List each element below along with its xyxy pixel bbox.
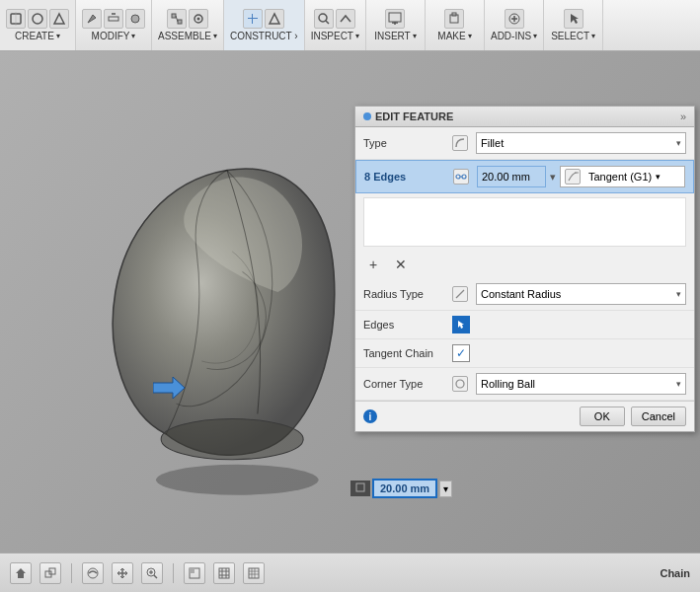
- svg-point-24: [156, 465, 319, 495]
- svg-point-37: [462, 175, 466, 179]
- edges-selector-label: Edges: [363, 319, 452, 331]
- svg-marker-25: [153, 377, 185, 399]
- ok-button[interactable]: OK: [580, 407, 625, 426]
- edges-selector-row: Edges: [355, 311, 694, 339]
- dim-value[interactable]: 20.00 mm: [372, 479, 437, 498]
- zoom-button[interactable]: [141, 562, 163, 584]
- svg-line-46: [154, 575, 157, 578]
- svg-point-5: [131, 15, 139, 23]
- corner-type-select[interactable]: Rolling Ball ▾: [476, 373, 686, 395]
- radius-type-arrow: ▾: [676, 289, 681, 299]
- svg-point-10: [196, 18, 199, 21]
- add-edge-button[interactable]: +: [363, 255, 383, 274]
- dim-dropdown[interactable]: ▾: [439, 481, 452, 497]
- modify-label: MODIFY ▾: [92, 31, 136, 41]
- panel-header[interactable]: EDIT FEATURE »: [355, 107, 694, 127]
- inspect-icon-2: [336, 9, 355, 29]
- create-icon-3: [49, 9, 69, 29]
- edges-row[interactable]: 8 Edges 20.00 mm ▾ Tangent (G1) ▾: [355, 160, 694, 193]
- svg-point-40: [456, 380, 464, 388]
- svg-marker-3: [54, 14, 64, 24]
- svg-rect-7: [178, 20, 182, 24]
- construct-icon-1: [243, 9, 263, 29]
- corner-type-arrow: ▾: [676, 379, 681, 389]
- toolbar-group-insert[interactable]: INSERT ▾: [366, 0, 426, 50]
- select-text: SELECT: [551, 31, 589, 41]
- make-icon-1: [444, 9, 464, 29]
- corner-type-content: Rolling Ball ▾: [452, 373, 686, 395]
- radius-type-row: Radius Type Constant Radius ▾: [355, 278, 694, 311]
- toolbar-group-inspect[interactable]: INSPECT ▾: [305, 0, 366, 50]
- toolbar-group-make[interactable]: MAKE ▾: [426, 0, 485, 50]
- panel-title: EDIT FEATURE: [375, 111, 453, 122]
- select-label: SELECT ▾: [551, 31, 595, 41]
- addins-text: ADD-INS: [491, 31, 531, 41]
- corner-type-row: Corner Type Rolling Ball ▾: [355, 368, 694, 401]
- edges-cursor-icon[interactable]: [452, 316, 470, 333]
- create-arrow: ▾: [56, 32, 60, 40]
- inspect-arrow: ▾: [355, 32, 359, 40]
- panel-header-left: EDIT FEATURE: [363, 111, 453, 122]
- edge-size-dropdown-arrow[interactable]: ▾: [550, 171, 556, 184]
- tangent-chain-row: Tangent Chain ✓: [355, 339, 694, 368]
- edge-size-input[interactable]: 20.00 mm: [477, 166, 546, 187]
- make-arrow: ▾: [468, 32, 472, 40]
- svg-point-13: [319, 14, 327, 22]
- dimension-input: 20.00 mm ▾: [350, 479, 452, 498]
- toolbar-group-create[interactable]: CREATE ▾: [0, 0, 76, 50]
- remove-edge-button[interactable]: ✕: [391, 255, 411, 274]
- addins-arrow: ▾: [533, 32, 537, 40]
- snap-button[interactable]: [243, 562, 265, 584]
- select-icon-1: [564, 9, 583, 29]
- edges-selector-content: [452, 316, 686, 333]
- modify-icon-1: [82, 9, 102, 29]
- inspect-text: INSPECT: [311, 31, 353, 41]
- info-icon[interactable]: i: [363, 409, 377, 423]
- radius-type-icon: [452, 286, 468, 302]
- insert-label: INSERT ▾: [374, 31, 417, 41]
- bottom-bar: Chain: [0, 553, 700, 592]
- separator-2: [173, 563, 174, 583]
- dim-label: [350, 481, 370, 496]
- radius-type-value: Constant Radius: [481, 288, 561, 300]
- radius-type-content: Constant Radius ▾: [452, 283, 686, 305]
- edge-size-value: 20.00 mm: [482, 171, 530, 183]
- toolbar-group-addins[interactable]: ADD-INS ▾: [485, 0, 544, 50]
- toolbar-group-construct[interactable]: CONSTRUCT ›: [224, 0, 305, 50]
- panel-body: Type Fillet ▾ 8 Edges: [355, 127, 694, 431]
- grid-button[interactable]: [213, 562, 235, 584]
- toolbar-group-modify[interactable]: MODIFY ▾: [76, 0, 152, 50]
- edit-feature-panel: EDIT FEATURE » Type Fillet ▾: [354, 106, 695, 432]
- tangent-select[interactable]: Tangent (G1) ▾: [560, 166, 685, 187]
- view-cube-button[interactable]: [39, 562, 61, 584]
- create-text: CREATE: [15, 31, 54, 41]
- pan-button[interactable]: [112, 562, 133, 584]
- cancel-button[interactable]: Cancel: [631, 407, 686, 426]
- svg-rect-55: [219, 568, 229, 578]
- viewport[interactable]: RIGHT x z y EDIT FEATURE » Type: [0, 51, 700, 592]
- edges-content: 20.00 mm ▾ Tangent (G1) ▾: [453, 166, 685, 187]
- make-label: MAKE ▾: [437, 31, 471, 41]
- type-select[interactable]: Fillet ▾: [476, 132, 686, 154]
- display-mode-button[interactable]: [184, 562, 205, 584]
- type-row: Type Fillet ▾: [355, 127, 694, 160]
- construct-icon-2: [265, 9, 284, 29]
- home-view-button[interactable]: [10, 562, 32, 584]
- orbit-button[interactable]: [82, 562, 104, 584]
- toolbar-group-assemble[interactable]: ASSEMBLE ▾: [152, 0, 224, 50]
- tangent-dropdown-arrow: ▾: [656, 172, 661, 182]
- tangent-label: Tangent (G1): [588, 171, 652, 183]
- svg-point-23: [161, 419, 303, 460]
- radius-type-select[interactable]: Constant Radius ▾: [476, 283, 686, 305]
- tangent-chain-checkbox[interactable]: ✓: [452, 344, 470, 362]
- svg-line-14: [326, 21, 329, 24]
- panel-expand-icon[interactable]: »: [680, 111, 686, 122]
- select-arrow: ▾: [591, 32, 595, 40]
- svg-rect-6: [172, 14, 176, 18]
- svg-rect-41: [356, 483, 364, 491]
- radius-type-label: Radius Type: [363, 288, 452, 300]
- svg-line-8: [176, 16, 178, 22]
- toolbar-group-select[interactable]: SELECT ▾: [544, 0, 603, 50]
- create-label: CREATE ▾: [15, 31, 60, 41]
- assemble-arrow: ▾: [213, 32, 217, 40]
